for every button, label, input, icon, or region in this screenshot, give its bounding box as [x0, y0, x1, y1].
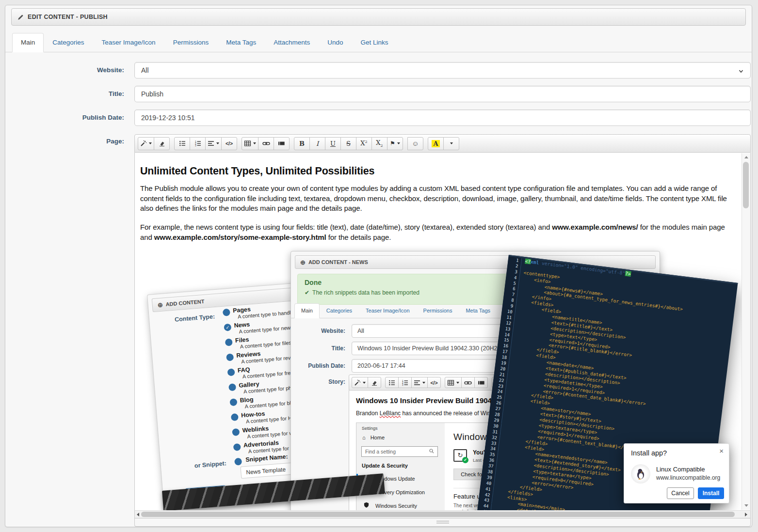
code-icon: </>: [430, 380, 437, 386]
align-button[interactable]: [205, 137, 222, 150]
tab-permissions[interactable]: Permissions: [164, 33, 218, 52]
unordered-list-icon: [388, 379, 395, 386]
install-button: Install: [698, 487, 724, 499]
chevron-down-icon: [363, 382, 366, 384]
eraser-button[interactable]: [154, 137, 170, 150]
plus-circle-icon: ⊕: [300, 259, 306, 266]
editor-document: Unlimited Content Types, Unlimited Possi…: [135, 153, 750, 510]
title-input[interactable]: Publish: [134, 86, 751, 102]
plus-circle-icon: ⊕: [157, 301, 163, 308]
radio-icon: [227, 368, 235, 376]
unordered-list-button[interactable]: [174, 137, 190, 150]
underline-icon: U: [330, 140, 336, 147]
eraser-icon: [159, 140, 165, 147]
table-icon: [447, 379, 454, 386]
rich-text-editor: 123</>BIUSX2X2⚑☺A Unlimited Content Type…: [134, 134, 751, 527]
radio-icon: [229, 398, 237, 406]
publish-date-input[interactable]: 2019-12-23 10:51: [134, 110, 751, 126]
tab-main[interactable]: Main: [12, 33, 44, 52]
snippet-value: News Template: [246, 466, 286, 475]
horizontal-scroll-thumb[interactable]: [141, 512, 735, 517]
underline-button[interactable]: U: [325, 137, 341, 150]
font-color-button[interactable]: A: [428, 137, 444, 150]
editor-horizontal-scrollbar[interactable]: [134, 510, 751, 518]
snippet-radio: [234, 458, 242, 466]
toolbar-button-group: BIUSX2X2⚑: [294, 137, 403, 150]
page-title: EDIT CONTENT - PUBLISH: [28, 14, 108, 20]
bold-button[interactable]: B: [294, 137, 310, 150]
content-type-list: Pages A content type to handle pages✓ Ne…: [223, 309, 234, 458]
news-publish-date-label: Publish Date:: [291, 362, 345, 369]
tab-categories: Categories: [320, 303, 359, 318]
check-icon: ✔: [305, 289, 309, 296]
editor-content-area[interactable]: Unlimited Content Types, Unlimited Possi…: [134, 153, 751, 510]
link-icon: [464, 379, 472, 386]
tab-attachments[interactable]: Attachments: [265, 33, 319, 52]
content-type-item: Reviews A content type for reviews and l…: [226, 354, 227, 369]
tab-meta-tags[interactable]: Meta Tags: [217, 33, 265, 52]
superscript-button[interactable]: X2: [356, 137, 372, 150]
content-type-item: How-tos A content type for How-Tos and t…: [231, 413, 232, 428]
tab-undo[interactable]: Undo: [319, 33, 352, 52]
close-icon: ×: [719, 447, 724, 455]
subscript-button[interactable]: X2: [371, 137, 387, 150]
app-name: Linux Compatible: [656, 466, 705, 473]
editor-vertical-scrollbar[interactable]: [742, 153, 750, 510]
resize-grip-icon[interactable]: [436, 521, 449, 525]
vertical-scroll-thumb[interactable]: [743, 162, 749, 208]
unordered-list-button: [385, 377, 399, 388]
scroll-left-arrow-icon[interactable]: [137, 513, 139, 516]
snippet-name-label: Snippet Name:: [245, 453, 288, 463]
chevron-down-icon: [216, 142, 219, 144]
table-button[interactable]: [242, 137, 258, 150]
toolbar-button-group: [352, 377, 381, 388]
ordered-list-button: 123: [398, 377, 412, 388]
doc-paragraph-2-text: for the details page.: [326, 233, 391, 241]
status-check-icon: ✔: [462, 457, 468, 463]
flag-button[interactable]: ⚑: [387, 137, 403, 150]
website-label: Website:: [5, 66, 124, 74]
search-icon: [429, 449, 434, 454]
settings-search-input: Find a setting: [361, 446, 438, 457]
scroll-up-arrow-icon[interactable]: [744, 156, 748, 158]
scroll-right-arrow-icon[interactable]: [745, 513, 747, 516]
link-button[interactable]: [258, 137, 274, 150]
pencil-icon: [17, 14, 24, 20]
tab-teaser-image-icon[interactable]: Teaser Image/Icon: [93, 33, 164, 52]
link-button: [461, 377, 475, 388]
magic-wand-button[interactable]: [138, 137, 154, 150]
tab-categories[interactable]: Categories: [44, 33, 93, 52]
table-icon: [244, 140, 251, 147]
emoji-button[interactable]: ☺: [407, 137, 423, 150]
toolbar-button-group: 123</>: [174, 137, 237, 150]
tab-teaser-image-icon: Teaser Image/Icon: [359, 303, 417, 318]
code-button[interactable]: </>: [221, 137, 237, 150]
page-label: Page:: [5, 138, 124, 145]
radio-icon: [233, 443, 241, 451]
radio-icon: [225, 338, 233, 346]
color-caret-icon: [450, 142, 453, 144]
doc-heading: Unlimited Content Types, Unlimited Possi…: [140, 165, 374, 177]
italic-button[interactable]: I: [309, 137, 325, 150]
subscript-icon: X2: [376, 139, 383, 148]
penguin-logo-icon: [631, 464, 650, 484]
tab-get-links[interactable]: Get Links: [352, 33, 397, 52]
svg-text:3: 3: [402, 384, 403, 386]
editor-resize-bar[interactable]: [134, 518, 751, 527]
cancel-button: Cancel: [667, 487, 694, 499]
superscript-icon: X2: [360, 140, 367, 147]
align-icon: [208, 140, 214, 147]
strikethrough-button[interactable]: S: [340, 137, 356, 150]
color-caret[interactable]: [443, 137, 459, 150]
sidebar-home: ⌂ Home: [362, 435, 385, 440]
link-icon: [262, 140, 270, 147]
magic-wand-icon: [140, 140, 147, 147]
radio-icon: [231, 413, 239, 421]
scroll-down-arrow-icon[interactable]: [744, 504, 748, 507]
website-select[interactable]: All: [134, 62, 751, 78]
ordered-list-button[interactable]: 123: [190, 137, 206, 150]
video-button[interactable]: [274, 137, 290, 150]
chevron-down-icon: [456, 382, 459, 384]
toolbar-button-group: A: [428, 137, 459, 150]
example-url-1: www.example.com/news/: [552, 223, 638, 231]
